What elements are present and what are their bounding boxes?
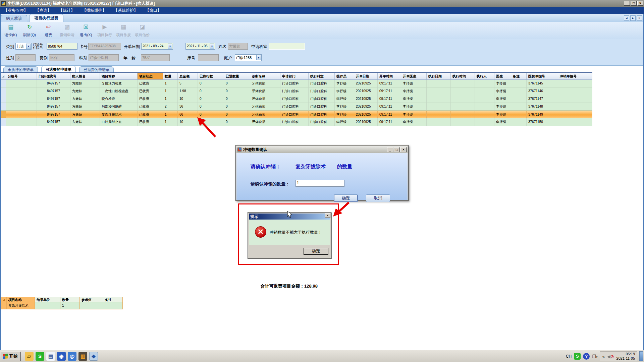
grid-column-header[interactable]: 病人姓名 (70, 73, 100, 79)
grid-column-header[interactable]: 已退数量 (224, 73, 250, 79)
menu-item[interactable]: 【模板维护】 (78, 7, 110, 14)
start-button[interactable]: 开始 (1, 352, 21, 361)
tab-close-icon[interactable]: × (637, 15, 642, 21)
ok-button[interactable]: 确定 (304, 248, 328, 255)
account-select[interactable]: 门诊1288 ▼ (235, 54, 262, 61)
sogou-browser-icon[interactable]: S (36, 352, 44, 361)
table-row[interactable]: 8497157方嫩妹局部浸润麻醉已收费23600牙体缺损门诊口腔科门诊口腔科李抒… (1, 103, 592, 111)
退费button[interactable]: ↩退费 (40, 23, 57, 38)
window-restore-tray-icon[interactable]: ❐▾ (592, 354, 597, 359)
close-button[interactable]: × (637, 1, 643, 6)
grid-column-header[interactable]: 项目简称 (100, 73, 138, 79)
grid-column-header[interactable]: 项目名称 (7, 297, 35, 302)
grid-column-header[interactable]: 医生 (494, 73, 511, 79)
chevron-expand-icon[interactable]: « (602, 354, 604, 359)
chevron-down-icon[interactable]: ▼ (26, 44, 31, 49)
maximize-button[interactable]: □ (631, 1, 637, 6)
table-row[interactable]: 8497157方嫩妹咬合检查已收费11000牙体缺损门诊口腔科门诊口腔科李抒缦2… (1, 95, 592, 103)
grid-column-header[interactable]: 备注 (511, 73, 527, 79)
grid-column-header[interactable]: 执行科室 (309, 73, 335, 79)
mdi-tab[interactable]: 项目执行退费 (29, 14, 63, 22)
menu-item[interactable]: 【系统维护】 (110, 7, 142, 14)
menu-item[interactable]: 【统计】 (55, 7, 78, 14)
reverse-qty-confirm-dialog: 冲销数量确认 _ □ × 请确认冲销： 复杂牙拔除术 的数量 请确认冲销的数量：… (235, 145, 409, 201)
maximize-button[interactable]: □ (394, 147, 400, 152)
close-button[interactable]: × (325, 213, 330, 218)
grid-column-header[interactable]: 医技单据号 (527, 73, 558, 79)
his-app-icon[interactable]: ❖ (89, 352, 98, 361)
grid-column-header[interactable]: 数量 (60, 297, 80, 302)
table-row[interactable]: 复杂牙拔除术1 (1, 302, 123, 309)
grid-cell: 牙体缺损 (250, 103, 280, 110)
chevron-down-icon[interactable]: ▼ (256, 55, 261, 60)
grid-cell (451, 118, 475, 126)
order-date-from-picker[interactable]: 2021 - 09 - 24 ▼ (141, 43, 173, 50)
table-row[interactable]: 8497157方嫩妹口腔局部止血已收费11000牙体缺损门诊口腔科门诊口腔科李抒… (1, 118, 592, 126)
close-button[interactable]: × (400, 147, 407, 152)
sogou-tray-icon[interactable]: S (574, 353, 581, 360)
grid-column-header[interactable]: 分组号 (6, 73, 37, 79)
menu-item[interactable]: 【窗口】 (142, 7, 165, 14)
chevron-down-icon[interactable]: ▼ (210, 44, 214, 49)
visit-no-field[interactable]: 8508764 (47, 43, 77, 50)
grid-column-header[interactable]: 已执行数 (198, 73, 224, 79)
tab-active[interactable]: 可退费的申请单 (41, 66, 76, 72)
ok-button[interactable]: 确定 (334, 194, 358, 202)
menu-item[interactable]: 【业务管理】 (0, 7, 32, 14)
grid-column-header[interactable]: 操作员 (335, 73, 354, 79)
notepad-icon[interactable]: ▤ (46, 352, 55, 361)
tab-inactive[interactable]: 已退费的申请单 (79, 66, 114, 72)
tab-inactive[interactable]: 未执行的申请单 (3, 66, 38, 72)
reverse-qty-input[interactable]: 1 (296, 180, 344, 187)
explorer-icon[interactable]: ▱ (25, 352, 34, 361)
cancel-button[interactable]: 取消 (366, 194, 390, 202)
grid-column-header[interactable]: 申请部门 (280, 73, 309, 79)
grid-column-header[interactable]: 结果单位 (35, 297, 60, 302)
grid-column-header[interactable]: 备注 (103, 297, 123, 302)
search-ie-icon[interactable]: @ (68, 352, 76, 361)
muted-speaker-icon[interactable]: ◀⊘ (607, 354, 614, 359)
category-select[interactable]: 门诊 ▼ (15, 43, 32, 50)
taskbar: 开始 ▱S▤◉@▥❖ CH S ? ❐▾ « ◀⊘ 05:19 2021-11-… (0, 350, 644, 362)
language-indicator[interactable]: CH (566, 354, 572, 359)
select-all-corner[interactable]: ◢ (1, 73, 6, 79)
apply-dept-field[interactable] (269, 43, 305, 50)
menu-bar: 【业务管理】【查询】【统计】【模板维护】【系统维护】【窗口】 (0, 7, 644, 14)
minimize-button[interactable]: _ (387, 147, 393, 152)
order-date-to-picker[interactable]: 2021 - 11 - 05 ▼ (185, 43, 215, 50)
grid-column-header[interactable]: 执行时间 (451, 73, 475, 79)
grid-cell: 李抒缦 (335, 103, 354, 110)
grid-column-header[interactable]: 冲销单据号 (558, 73, 588, 79)
grid-column-header[interactable]: 诊断名称 (250, 73, 280, 79)
chevron-down-icon[interactable]: ▼ (168, 44, 172, 49)
grid-column-header[interactable]: 开单医生 (401, 73, 427, 79)
grid-column-header[interactable]: 参考值 (80, 297, 103, 302)
grid-column-header[interactable]: 总金额 (178, 73, 198, 79)
tab-scroll-right-icon[interactable]: ► (630, 15, 636, 21)
help-tray-icon[interactable]: ? (583, 353, 590, 360)
tab-scroll-left-icon[interactable]: ◄ (624, 15, 629, 21)
grid-column-header[interactable]: 数量 (163, 73, 178, 79)
table-row[interactable]: 8497157方嫩妹牙髓活力检查已收费1500牙体缺损门诊口腔科门诊口腔科李抒缦… (1, 80, 592, 87)
退出-X-button[interactable]: ☒退出(X) (77, 23, 95, 38)
select-all-corner[interactable]: ◢ (1, 297, 7, 302)
show-desktop-button[interactable] (639, 351, 643, 361)
menu-item[interactable]: 【查询】 (32, 7, 55, 14)
dialog-title-bar[interactable]: 冲销数量确认 _ □ × (236, 146, 408, 153)
sql-server-icon[interactable]: ▥ (78, 352, 87, 361)
grid-column-header[interactable]: 项目状态 (138, 73, 163, 79)
mdi-tab[interactable]: 病人就诊 (1, 15, 27, 22)
grid-column-header[interactable]: 门诊/住院号 (37, 73, 70, 79)
table-row[interactable]: 8497157方嫩妹一次性口腔检查盘已收费11.9800牙体缺损门诊口腔科门诊口… (1, 87, 592, 95)
读卡-K-button[interactable]: ▤读卡(K) (2, 23, 19, 38)
grid-column-header[interactable]: 开单时间 (378, 73, 401, 79)
grid-column-header[interactable]: 执行日期 (427, 73, 451, 79)
table-row[interactable]: 8497157方嫩妹复杂牙拔除术已收费16600牙体缺损门诊口腔科门诊口腔科李抒… (1, 111, 592, 118)
grid-column-header[interactable]: 开单日期 (354, 73, 378, 79)
刷新-Q-button[interactable]: ↻刷新(Q) (21, 23, 38, 38)
compass-icon[interactable]: ◉ (57, 352, 66, 361)
grid-column-header[interactable]: 执行人 (475, 73, 494, 79)
dialog-title-bar[interactable]: 提示 (249, 214, 330, 220)
minimize-button[interactable]: _ (624, 1, 630, 6)
grid-cell: 李抒缦 (335, 95, 354, 103)
